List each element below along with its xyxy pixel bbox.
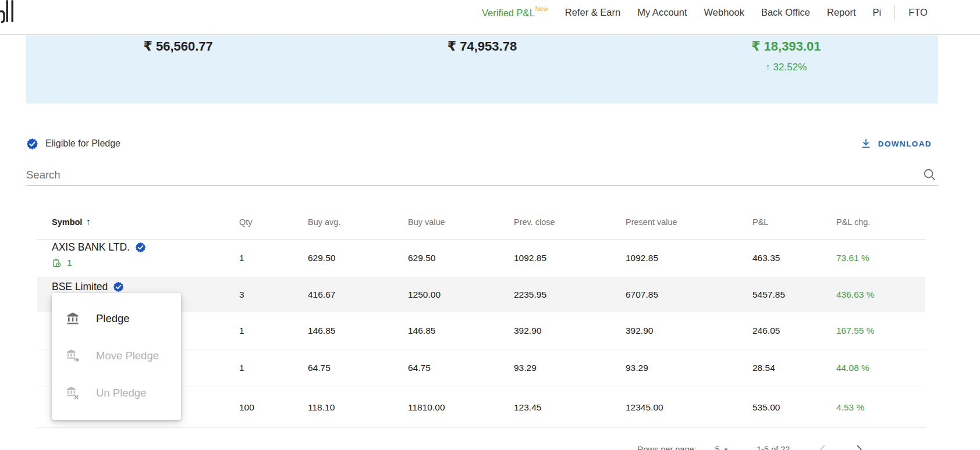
portfolio-summary-panel: ₹ 56,560.77 ₹ 74,953.78 ₹ 18,393.01 ↑ 32…	[26, 35, 938, 103]
nav-divider	[894, 5, 895, 20]
search-bar	[26, 165, 938, 185]
buy-avg-cell: 64.75	[308, 363, 408, 373]
bank-move-icon	[66, 349, 80, 363]
nav-fto[interactable]: FTO	[908, 7, 928, 18]
pnl-cell: 246.05	[752, 326, 836, 336]
nav-pi[interactable]: Pi	[873, 7, 882, 18]
brand-logo[interactable]	[0, 0, 17, 24]
menu-item-label: Move Pledge	[96, 349, 159, 362]
symbol-cell: AXIS BANK LTD. 1	[52, 240, 239, 268]
pledged-qty-value: 1	[67, 258, 72, 268]
prev-close-cell: 2235.95	[514, 290, 626, 300]
eligible-for-pledge-label: Eligible for Pledge	[45, 138, 120, 149]
download-label: DOWNLOAD	[878, 140, 932, 148]
present-value-cell: 1092.85	[626, 253, 752, 263]
symbol-header-label: Symbol	[52, 217, 82, 227]
new-badge: New	[535, 5, 548, 12]
rows-per-page-select[interactable]: 5	[715, 445, 720, 450]
verified-badge-icon	[113, 281, 124, 292]
table-row[interactable]: AXIS BANK LTD. 1 1 629.50 629.50 1092.85	[37, 240, 925, 277]
pledge-context-menu: Pledge Move Pledge Un Pledge	[52, 293, 181, 420]
present-value-cell: 6707.85	[626, 290, 752, 300]
rows-per-page-label: Rows per page:	[637, 445, 697, 450]
symbol-name: BSE Limited	[52, 281, 108, 293]
pnl-chg-cell: 4.53 %	[836, 402, 925, 413]
present-value-cell: 93.29	[626, 363, 752, 373]
pnl-value: ₹ 18,393.01	[634, 39, 938, 54]
menu-item-move-pledge[interactable]: Move Pledge	[52, 337, 181, 374]
pnl-chg-cell: 436.63 %	[836, 290, 925, 300]
buy-value-cell: 1250.00	[408, 290, 514, 300]
summary-current-value: ₹ 74,953.78	[330, 35, 634, 103]
pnl-change-pct: 32.52%	[773, 62, 807, 73]
prev-close-cell: 392.90	[514, 326, 626, 336]
up-arrow-icon: ↑	[765, 62, 770, 73]
prev-close-cell: 93.29	[514, 363, 626, 373]
buy-value-cell: 146.85	[408, 326, 514, 336]
menu-item-un-pledge[interactable]: Un Pledge	[52, 374, 181, 412]
buy-avg-cell: 416.67	[308, 290, 408, 300]
column-header-qty[interactable]: Qty	[239, 217, 308, 227]
bank-remove-icon	[66, 386, 80, 400]
qty-cell: 3	[239, 290, 308, 300]
investment-value: ₹ 56,560.77	[26, 39, 330, 54]
top-navigation-bar: Verified P&LNew Refer & Earn My Account …	[0, 0, 980, 35]
column-header-pnl-chg[interactable]: P&L chg.	[836, 217, 925, 227]
nav-refer-earn[interactable]: Refer & Earn	[565, 7, 620, 18]
column-header-buy-value[interactable]: Buy value	[408, 217, 514, 227]
buy-value-cell: 11810.00	[408, 402, 514, 413]
verified-badge-icon	[26, 138, 38, 150]
pnl-chg-cell: 44.08 %	[836, 363, 925, 373]
nav-my-account[interactable]: My Account	[637, 7, 687, 18]
column-header-prev-close[interactable]: Prev. close	[514, 217, 626, 227]
search-icon[interactable]	[922, 167, 937, 182]
pledged-quantity: 1	[52, 258, 239, 268]
holdings-page: Verified P&LNew Refer & Earn My Account …	[0, 0, 980, 450]
bank-icon	[66, 312, 80, 326]
pnl-cell: 463.35	[752, 253, 836, 263]
menu-item-label: Pledge	[96, 312, 130, 325]
download-icon	[860, 138, 872, 149]
table-pagination: Rows per page: 5 ▾ 1-5 of 22	[637, 443, 865, 450]
nav-back-office[interactable]: Back Office	[761, 7, 810, 18]
buy-avg-cell: 146.85	[308, 326, 408, 336]
qty-cell: 1	[239, 253, 308, 263]
symbol-name: AXIS BANK LTD.	[52, 241, 130, 253]
chevron-right-icon	[853, 443, 865, 450]
column-header-present-value[interactable]: Present value	[626, 217, 752, 227]
pledge-clock-icon	[52, 258, 62, 268]
present-value-cell: 12345.00	[626, 402, 752, 413]
chevron-left-icon	[816, 443, 829, 450]
download-button[interactable]: DOWNLOAD	[860, 135, 932, 152]
search-input[interactable]	[26, 165, 899, 185]
qty-cell: 1	[239, 363, 308, 373]
verified-badge-icon	[135, 242, 146, 253]
sort-ascending-icon: ↑	[86, 217, 90, 227]
prev-close-cell: 1092.85	[514, 253, 626, 263]
summary-investment: ₹ 56,560.77	[26, 35, 330, 103]
main-nav: Verified P&LNew Refer & Earn My Account …	[482, 5, 928, 20]
menu-item-pledge[interactable]: Pledge	[52, 300, 181, 337]
eligible-for-pledge-legend: Eligible for Pledge	[26, 135, 120, 152]
pnl-chg-cell: 167.55 %	[836, 326, 925, 336]
column-header-pnl[interactable]: P&L	[752, 217, 836, 227]
qty-cell: 1	[239, 326, 308, 336]
buy-avg-cell: 629.50	[308, 253, 408, 263]
pnl-cell: 535.00	[752, 402, 836, 413]
pnl-change: ↑ 32.52%	[634, 62, 938, 73]
present-value-cell: 392.90	[626, 326, 752, 336]
menu-item-label: Un Pledge	[96, 387, 146, 399]
page-range-label: 1-5 of 22	[757, 445, 790, 450]
column-header-buy-avg[interactable]: Buy avg.	[308, 217, 408, 227]
nav-verified-pnl[interactable]: Verified P&LNew	[482, 6, 548, 19]
summary-pnl: ₹ 18,393.01 ↑ 32.52%	[634, 35, 938, 103]
pnl-cell: 28.54	[752, 363, 836, 373]
next-page-button[interactable]	[853, 443, 865, 450]
table-header-row: Symbol↑ Qty Buy avg. Buy value Prev. clo…	[37, 205, 925, 240]
previous-page-button[interactable]	[816, 443, 829, 450]
nav-report[interactable]: Report	[827, 7, 856, 18]
column-header-symbol[interactable]: Symbol↑	[52, 217, 239, 227]
caret-down-icon[interactable]: ▾	[725, 446, 728, 450]
buy-avg-cell: 118.10	[308, 402, 408, 413]
nav-webhook[interactable]: Webhook	[704, 7, 744, 18]
